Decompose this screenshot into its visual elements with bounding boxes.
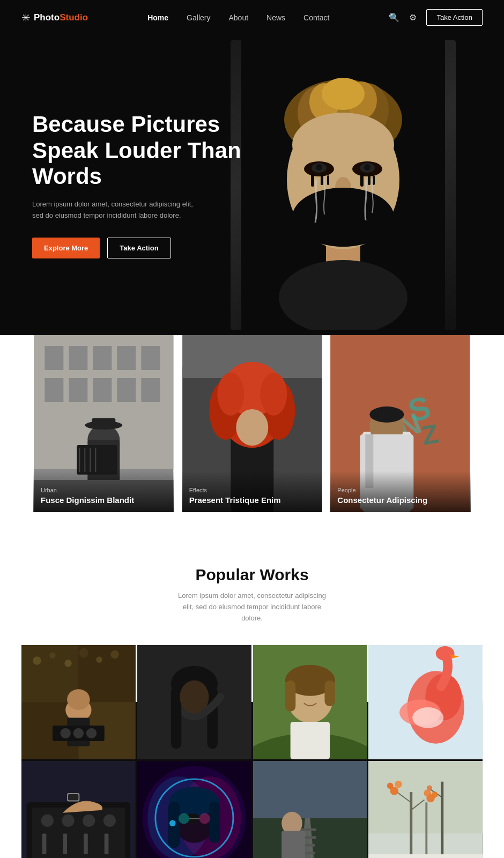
gallery-card-title-3: Consectetur Adipiscing: [337, 495, 463, 505]
grid-row-1: [21, 645, 483, 759]
svg-rect-117: [42, 834, 47, 855]
gallery-card-overlay-1: Urban Fusce Dignissim Blandit: [33, 471, 174, 512]
hero-description: Lorem ipsum dolor amet, consectetur adip…: [32, 199, 198, 221]
svg-point-79: [96, 657, 102, 663]
navbar: ✳ PhotoStudio Home Gallery About News Co…: [0, 0, 504, 35]
svg-point-116: [103, 815, 116, 827]
svg-rect-33: [141, 346, 160, 370]
gallery-card-1[interactable]: Urban Fusce Dignissim Blandit: [33, 335, 174, 512]
svg-rect-150: [441, 782, 444, 858]
svg-rect-22: [360, 173, 364, 187]
section-header: Popular Works Lorem ipsum dolor amet, co…: [21, 566, 483, 624]
nav-link-news[interactable]: News: [266, 13, 285, 22]
nav-link-about[interactable]: About: [228, 13, 248, 22]
svg-rect-30: [69, 346, 87, 370]
hero-section: Because Pictures Speak Louder Than Words…: [0, 35, 504, 335]
hero-content: Because Pictures Speak Louder Than Words…: [32, 112, 257, 258]
svg-rect-131: [209, 802, 220, 843]
grid-item-8[interactable]: [368, 761, 483, 858]
svg-point-86: [73, 728, 84, 738]
grid-image-3: [253, 645, 367, 759]
gallery-grid: [21, 645, 483, 858]
svg-point-85: [61, 728, 71, 738]
search-icon[interactable]: 🔍: [389, 12, 399, 23]
svg-rect-41: [77, 445, 117, 475]
svg-rect-21: [327, 175, 329, 185]
svg-point-113: [41, 815, 54, 827]
svg-point-75: [33, 657, 41, 665]
gallery-card-category-3: People: [337, 487, 463, 493]
svg-point-76: [49, 653, 56, 659]
nav-right: 🔍 ⚙ Take Action: [389, 9, 483, 26]
gallery-strip-wrapper: Urban Fusce Dignissim Blandit: [0, 335, 504, 512]
gallery-card-title-2: Praesent Tristique Enim: [189, 495, 315, 505]
logo[interactable]: ✳ PhotoStudio: [21, 11, 88, 24]
gallery-card-2[interactable]: Effects Praesent Tristique Enim: [182, 335, 323, 512]
svg-point-58: [217, 373, 244, 416]
popular-works-title: Popular Works: [21, 566, 483, 584]
svg-point-156: [395, 781, 403, 788]
nav-link-gallery[interactable]: Gallery: [187, 13, 210, 22]
grid-item-5[interactable]: [21, 761, 136, 858]
nav-link-contact[interactable]: Contact: [303, 13, 329, 22]
nav-link-home[interactable]: Home: [147, 13, 168, 22]
grid-item-4[interactable]: [368, 645, 483, 759]
nav-links: Home Gallery About News Contact: [147, 13, 329, 23]
svg-rect-140: [299, 829, 316, 831]
svg-rect-162: [368, 854, 483, 858]
svg-rect-23: [368, 174, 370, 185]
grid-image-1: [21, 645, 136, 759]
svg-rect-119: [84, 834, 88, 855]
nav-cta-button[interactable]: Take Action: [426, 9, 483, 26]
grid-item-2[interactable]: [137, 645, 251, 759]
logo-text: PhotoStudio: [34, 12, 88, 23]
grid-item-1[interactable]: [21, 645, 136, 759]
grid-image-6: [137, 761, 251, 858]
svg-rect-146: [281, 831, 305, 858]
svg-point-114: [62, 815, 74, 827]
svg-point-60: [236, 409, 268, 446]
svg-rect-102: [290, 722, 329, 760]
gallery-card-overlay-3: People Consectetur Adipiscing: [330, 471, 471, 512]
svg-point-68: [370, 406, 404, 423]
grid-item-3[interactable]: [253, 645, 367, 759]
grid-image-7: [253, 761, 367, 858]
svg-rect-122: [68, 794, 78, 801]
svg-rect-34: [45, 378, 63, 402]
svg-rect-138: [253, 761, 367, 818]
svg-point-78: [79, 648, 88, 657]
svg-rect-19: [311, 173, 314, 187]
grid-image-4: [368, 645, 483, 759]
grid-image-5: [21, 761, 136, 858]
svg-rect-29: [45, 346, 63, 370]
popular-works-description: Lorem ipsum dolor amet, consectetur adip…: [177, 590, 327, 624]
hero-buttons: Explore More Take Action: [32, 238, 257, 258]
settings-icon[interactable]: ⚙: [409, 12, 417, 23]
svg-point-77: [64, 660, 72, 667]
svg-point-15: [316, 164, 322, 171]
grid-image-8: [368, 761, 483, 858]
take-action-button[interactable]: Take Action: [107, 238, 171, 258]
grid-item-7[interactable]: [253, 761, 367, 858]
gallery-strip: Urban Fusce Dignissim Blandit: [0, 335, 504, 512]
svg-rect-151: [426, 803, 428, 858]
popular-works-section: Popular Works Lorem ipsum dolor amet, co…: [0, 534, 504, 858]
svg-rect-118: [63, 834, 67, 855]
svg-rect-36: [93, 378, 112, 402]
gallery-card-category-1: Urban: [41, 487, 167, 493]
svg-point-134: [199, 813, 210, 824]
svg-rect-20: [321, 174, 323, 185]
svg-rect-35: [69, 378, 87, 402]
svg-point-9: [322, 78, 365, 110]
svg-point-159: [424, 789, 432, 797]
gallery-card-3[interactable]: S Z N People Consectetur Adipiscing: [330, 335, 471, 512]
grid-item-6[interactable]: [137, 761, 251, 858]
svg-point-109: [412, 707, 443, 728]
svg-point-26: [314, 214, 373, 247]
grid-row-2: [21, 761, 483, 858]
gallery-card-title-1: Fusce Dignissim Blandit: [41, 495, 167, 505]
logo-icon: ✳: [21, 11, 31, 24]
explore-more-button[interactable]: Explore More: [32, 238, 100, 258]
svg-rect-47: [92, 418, 115, 426]
svg-point-136: [169, 820, 176, 826]
